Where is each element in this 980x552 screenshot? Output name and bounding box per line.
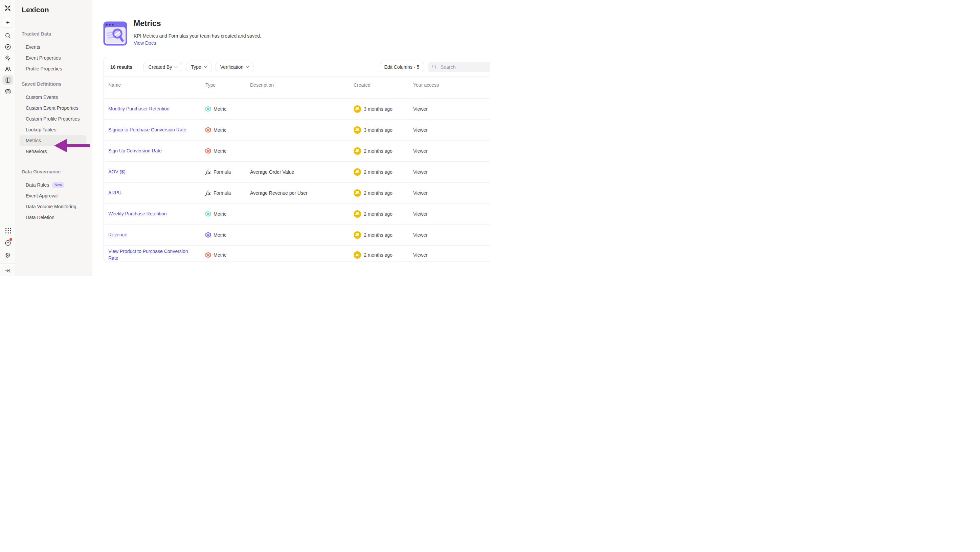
lexicon-book-icon[interactable] bbox=[4, 76, 11, 84]
sidebar-item-data-rules[interactable]: Data Rules New bbox=[20, 179, 86, 190]
sidebar-item-metrics[interactable]: Metrics bbox=[20, 135, 86, 146]
cursor-click-icon[interactable] bbox=[4, 54, 11, 62]
settings-gear-icon[interactable]: ⚙ bbox=[4, 252, 11, 259]
three-users-icon[interactable] bbox=[4, 88, 11, 95]
table-row[interactable]: Sign Up Conversion Rate ƒxMetric JB2 mon… bbox=[104, 140, 490, 161]
metric-name-link[interactable]: Revenue bbox=[108, 232, 127, 238]
filter-type-button[interactable]: Type bbox=[186, 62, 211, 72]
avatar: JB bbox=[354, 231, 361, 239]
rail-divider bbox=[0, 263, 16, 263]
create-plus-button[interactable]: + bbox=[3, 18, 13, 27]
scrolled-row-sliver bbox=[104, 93, 490, 99]
page-title: Metrics bbox=[134, 19, 161, 28]
avatar: JB bbox=[354, 147, 361, 155]
sidebar-item-events[interactable]: Events bbox=[20, 41, 86, 53]
created-time: 2 months ago bbox=[364, 211, 393, 217]
table-row[interactable]: Signup to Purchase Conversion Rate ƒxMet… bbox=[104, 120, 490, 140]
compass-icon[interactable] bbox=[4, 43, 11, 51]
new-badge: New bbox=[52, 182, 64, 188]
table-toolbar: 16 results Created By Type Verification … bbox=[104, 57, 490, 77]
access-level: Viewer bbox=[413, 106, 490, 112]
help-icon[interactable]: ? bbox=[4, 239, 11, 247]
two-users-icon[interactable] bbox=[4, 65, 11, 72]
search-input[interactable] bbox=[440, 64, 490, 70]
sidebar-item-data-deletion[interactable]: Data Deletion bbox=[20, 212, 86, 223]
search-box[interactable] bbox=[428, 62, 490, 72]
description-cell: Average Revenue per User bbox=[250, 190, 354, 196]
access-level: Viewer bbox=[413, 211, 490, 217]
metric-hexagon-icon: ƒx bbox=[205, 127, 211, 133]
metric-name-link[interactable]: Weekly Purchase Retention bbox=[108, 211, 167, 216]
section-tracked-data: Tracked Data Events Event Properties Pro… bbox=[16, 30, 92, 74]
metric-name-link[interactable]: Signup to Purchase Conversion Rate bbox=[108, 127, 186, 132]
type-label: Metric bbox=[213, 106, 226, 112]
chevron-down-icon bbox=[174, 64, 178, 68]
section-header-saved-definitions: Saved Definitions bbox=[16, 81, 92, 88]
chevron-down-icon bbox=[246, 64, 250, 68]
filter-verification-button[interactable]: Verification bbox=[216, 62, 253, 72]
toolbar-divider bbox=[138, 63, 138, 71]
search-icon bbox=[431, 64, 437, 70]
metrics-table-card: 16 results Created By Type Verification … bbox=[103, 57, 490, 262]
table-row[interactable]: AOV ($) ƒxFormula Average Order Value JB… bbox=[104, 161, 490, 182]
metric-name-link[interactable]: View Product to Purchase Conversion Rate bbox=[108, 249, 188, 261]
metric-hexagon-icon: ƒx bbox=[205, 252, 211, 258]
metric-name-link[interactable]: Sign Up Conversion Rate bbox=[108, 148, 162, 153]
column-header-type: Type bbox=[205, 82, 250, 88]
sidebar-item-custom-profile-properties[interactable]: Custom Profile Properties bbox=[20, 113, 86, 124]
sidebar-item-event-properties[interactable]: Event Properties bbox=[20, 53, 86, 63]
type-label: Metric bbox=[213, 232, 226, 238]
metric-name-link[interactable]: Monthly Purchaser Retention bbox=[108, 106, 170, 112]
notification-dot bbox=[10, 238, 12, 241]
sidebar-item-lookup-tables[interactable]: Lookup Tables bbox=[20, 124, 86, 135]
section-header-tracked-data: Tracked Data bbox=[16, 30, 92, 37]
sidebar-item-event-approval[interactable]: Event Approval bbox=[20, 190, 86, 201]
search-icon[interactable] bbox=[4, 32, 11, 39]
table-row[interactable]: ARPU ƒxFormula Average Revenue per User … bbox=[104, 182, 490, 204]
description-cell: Average Order Value bbox=[250, 169, 354, 175]
access-level: Viewer bbox=[413, 127, 490, 133]
table-row[interactable]: View Product to Purchase Conversion Rate… bbox=[104, 246, 490, 262]
formula-fx-icon: ƒx bbox=[205, 190, 211, 196]
column-header-created: Created bbox=[354, 82, 413, 88]
metric-hexagon-icon: ƒx bbox=[205, 232, 211, 238]
column-header-description: Description bbox=[250, 82, 354, 88]
table-row[interactable]: Monthly Purchaser Retention ƒxMetric JB3… bbox=[104, 99, 490, 120]
view-docs-link[interactable]: View Docs bbox=[134, 40, 156, 46]
edit-columns-button[interactable]: Edit Columns · 5 bbox=[380, 62, 424, 72]
chevron-down-icon bbox=[204, 64, 207, 68]
column-header-name: Name bbox=[108, 82, 205, 88]
metric-hexagon-icon: ƒx bbox=[205, 106, 211, 112]
collapse-sidebar-icon[interactable] bbox=[4, 267, 11, 274]
avatar: JB bbox=[354, 105, 361, 113]
created-time: 2 months ago bbox=[364, 148, 393, 154]
section-saved-definitions: Saved Definitions Custom Events Custom E… bbox=[16, 81, 92, 157]
metrics-illustration bbox=[103, 21, 127, 46]
access-level: Viewer bbox=[413, 169, 490, 175]
mixpanel-logo-icon[interactable] bbox=[4, 5, 11, 12]
type-label: Metric bbox=[213, 211, 226, 217]
section-header-data-governance: Data Governance bbox=[16, 168, 92, 175]
table-row[interactable]: Revenue ƒxMetric JB2 months ago Viewer bbox=[104, 225, 490, 246]
sidebar-item-behaviors[interactable]: Behaviors bbox=[20, 146, 86, 157]
apps-grid-icon[interactable] bbox=[4, 227, 11, 234]
sidebar-item-data-volume-monitoring[interactable]: Data Volume Monitoring bbox=[20, 201, 86, 212]
sidebar-item-profile-properties[interactable]: Profile Properties bbox=[20, 63, 86, 74]
svg-text:?: ? bbox=[7, 241, 9, 244]
sidebar-item-label: Data Rules bbox=[26, 182, 49, 188]
table-row[interactable]: Weekly Purchase Retention ƒxMetric JB2 m… bbox=[104, 204, 490, 225]
avatar: JB bbox=[354, 251, 361, 259]
metric-name-link[interactable]: ARPU bbox=[108, 190, 121, 195]
sidebar-item-custom-event-properties[interactable]: Custom Event Properties bbox=[20, 103, 86, 113]
type-label: Metric bbox=[213, 252, 226, 258]
metric-name-link[interactable]: AOV ($) bbox=[108, 169, 126, 174]
created-time: 3 months ago bbox=[364, 106, 393, 112]
sidebar-item-custom-events[interactable]: Custom Events bbox=[20, 92, 86, 103]
filter-created-by-button[interactable]: Created By bbox=[143, 62, 182, 72]
formula-fx-icon: ƒx bbox=[205, 169, 211, 175]
filter-label: Verification bbox=[220, 64, 243, 70]
sidebar-title: Lexicon bbox=[16, 0, 92, 14]
filter-label: Created By bbox=[148, 64, 172, 70]
type-label: Metric bbox=[213, 127, 226, 133]
access-level: Viewer bbox=[413, 232, 490, 238]
